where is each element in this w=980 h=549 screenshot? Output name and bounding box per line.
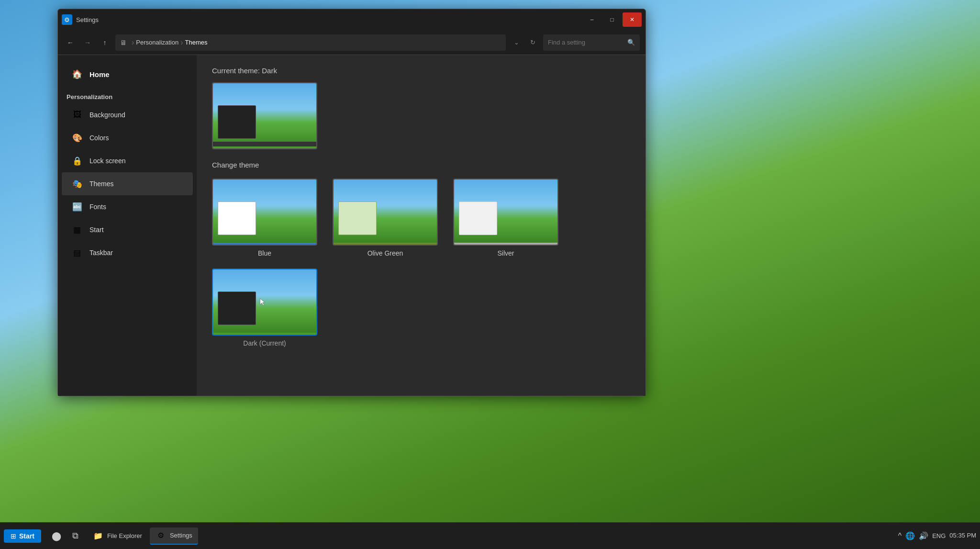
fonts-icon: 🔤 (70, 200, 84, 213)
start-icon: ▦ (70, 223, 84, 236)
taskbar-file-explorer[interactable]: 📁 File Explorer (87, 528, 148, 544)
settings-app-icon: ⚙ (156, 530, 166, 541)
pc-icon: 🖥 (120, 39, 127, 46)
close-button[interactable]: ✕ (623, 12, 642, 27)
sidebar-item-themes[interactable]: 🎭 Themes (62, 172, 193, 195)
sidebar-item-lock-screen[interactable]: 🔒 Lock screen (62, 149, 193, 172)
cortana-button[interactable]: ⬤ (47, 527, 66, 546)
colors-icon: 🎨 (70, 131, 84, 145)
taskbar-tray: ^ 🌐 🔊 ENG 05:35 PM (898, 531, 976, 540)
window-title: Settings (76, 16, 582, 23)
address-actions: ⌄ ↻ (510, 36, 539, 49)
title-bar-controls: – □ ✕ (582, 12, 642, 27)
task-view-button[interactable]: ⧉ (66, 527, 85, 546)
time: 05:35 PM (949, 531, 976, 540)
breadcrumb-themes: Themes (185, 39, 208, 46)
breadcrumb-personalization[interactable]: Personalization (136, 39, 178, 46)
search-input[interactable] (548, 39, 624, 46)
home-label: Home (89, 70, 110, 78)
sound-icon[interactable]: 🔊 (919, 531, 928, 540)
sidebar-item-home[interactable]: 🏠 Home (62, 63, 193, 86)
dropdown-button[interactable]: ⌄ (510, 36, 523, 49)
sidebar-item-colors[interactable]: 🎨 Colors (62, 126, 193, 149)
preview-taskbar-accent-current (213, 146, 316, 148)
sidebar-item-taskbar[interactable]: ▤ Taskbar (62, 241, 193, 264)
refresh-button[interactable]: ↻ (526, 36, 539, 49)
theme-grid: Blue Olive Green (212, 179, 630, 347)
theme-label-blue: Blue (258, 249, 271, 257)
start-button[interactable]: ⊞ Start (4, 529, 41, 543)
theme-card-silver[interactable]: Silver (453, 179, 558, 257)
background-icon: 🖼 (70, 108, 84, 122)
sidebar-label-lock-screen: Lock screen (89, 157, 125, 165)
network-icon[interactable]: 🌐 (905, 531, 915, 540)
current-theme-preview (212, 82, 317, 149)
theme-card-blue[interactable]: Blue (212, 179, 317, 257)
start-label: Start (19, 532, 34, 540)
change-theme-label: Change theme (212, 161, 630, 169)
search-box: 🔍 (543, 34, 640, 51)
forward-button[interactable]: → (81, 36, 94, 49)
language-indicator: ENG (932, 532, 946, 539)
content-area: 🏠 Home Personalization 🖼 Background 🎨 Co… (58, 55, 646, 396)
theme-label-silver: Silver (497, 249, 514, 257)
sidebar-item-fonts[interactable]: 🔤 Fonts (62, 195, 193, 218)
main-panel: Current theme: Dark Change theme (197, 55, 646, 396)
up-button[interactable]: ↑ (98, 36, 111, 49)
preview-window-dark (218, 105, 256, 139)
theme-preview-silver (453, 179, 558, 246)
minimize-button[interactable]: – (582, 12, 601, 27)
theme-preview-olive (333, 179, 438, 246)
title-bar: ⚙ Settings – □ ✕ (58, 9, 646, 30)
search-icon: 🔍 (627, 39, 635, 46)
home-icon: 🏠 (70, 67, 84, 81)
sidebar-item-background[interactable]: 🖼 Background (62, 103, 193, 126)
sidebar-label-start: Start (89, 226, 104, 234)
file-explorer-icon: 📁 (93, 531, 103, 541)
taskbar-icon: ▤ (70, 246, 84, 259)
tray-chevron[interactable]: ^ (898, 532, 902, 540)
theme-preview-dark (212, 269, 317, 336)
theme-card-olive[interactable]: Olive Green (333, 179, 438, 257)
sidebar-item-start[interactable]: ▦ Start (62, 218, 193, 241)
file-explorer-label: File Explorer (107, 532, 142, 539)
sidebar-label-taskbar: Taskbar (89, 249, 113, 257)
lock-screen-icon: 🔒 (70, 154, 84, 168)
theme-preview-blue (212, 179, 317, 246)
sidebar-label-background: Background (89, 111, 125, 119)
theme-label-dark: Dark (Current) (243, 339, 286, 347)
taskbar: ⊞ Start ⬤ ⧉ 📁 File Explorer ⚙ Settings ^… (0, 522, 980, 549)
maximize-button[interactable]: □ (602, 12, 622, 27)
current-theme-label: Current theme: Dark (212, 67, 630, 75)
sidebar-label-colors: Colors (89, 134, 109, 142)
sidebar-label-fonts: Fonts (89, 203, 106, 211)
settings-app-label: Settings (170, 532, 192, 539)
sidebar-section-title: Personalization (58, 90, 197, 103)
settings-window-icon: ⚙ (62, 14, 72, 25)
breadcrumb: 🖥 › Personalization › Themes (115, 34, 506, 51)
settings-window: ⚙ Settings – □ ✕ ← → ↑ 🖥 › Personalizati… (57, 9, 646, 396)
back-button[interactable]: ← (64, 36, 77, 49)
clock-display[interactable]: 05:35 PM (949, 531, 976, 540)
sidebar-label-themes: Themes (89, 180, 114, 188)
address-bar: ← → ↑ 🖥 › Personalization › Themes ⌄ ↻ 🔍 (58, 30, 646, 55)
sidebar: 🏠 Home Personalization 🖼 Background 🎨 Co… (58, 55, 197, 396)
theme-card-dark[interactable]: Dark (Current) (212, 269, 317, 347)
start-windows-icon: ⊞ (11, 532, 16, 540)
themes-icon: 🎭 (70, 177, 84, 190)
taskbar-settings[interactable]: ⚙ Settings (150, 527, 198, 545)
theme-label-olive: Olive Green (368, 249, 403, 257)
